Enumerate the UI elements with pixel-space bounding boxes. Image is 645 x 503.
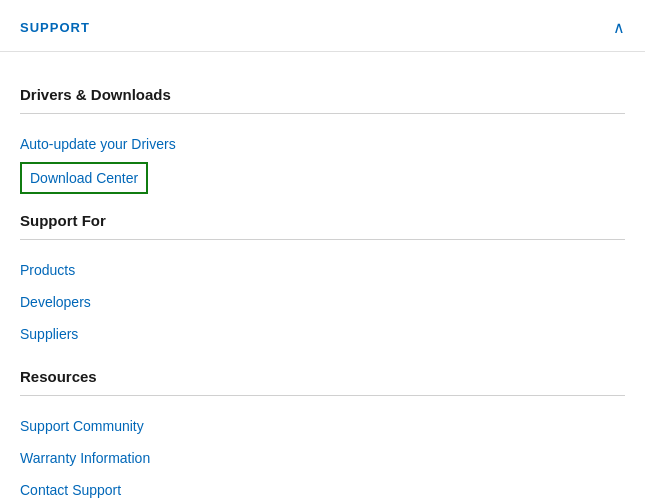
developers-link[interactable]: Developers [20,286,625,318]
contact-support-link[interactable]: Contact Support [20,474,625,503]
divider-support-for [20,239,625,240]
section-heading-drivers: Drivers & Downloads [20,86,625,103]
support-section: SUPPORT ∧ Drivers & Downloads Auto-updat… [0,0,645,503]
support-header: SUPPORT ∧ [0,0,645,52]
section-drivers-downloads: Drivers & Downloads Auto-update your Dri… [20,86,625,194]
products-link[interactable]: Products [20,254,625,286]
content-area: Drivers & Downloads Auto-update your Dri… [0,52,645,503]
section-heading-support-for: Support For [20,212,625,229]
divider-drivers [20,113,625,114]
support-community-link[interactable]: Support Community [20,410,625,442]
chevron-up-icon[interactable]: ∧ [613,18,625,37]
divider-resources [20,395,625,396]
download-center-wrapper: Download Center [20,162,625,194]
section-support-for: Support For Products Developers Supplier… [20,212,625,350]
section-heading-resources: Resources [20,368,625,385]
warranty-link[interactable]: Warranty Information [20,442,625,474]
section-resources: Resources Support Community Warranty Inf… [20,368,625,503]
suppliers-link[interactable]: Suppliers [20,318,625,350]
auto-update-link[interactable]: Auto-update your Drivers [20,128,625,160]
support-title: SUPPORT [20,20,90,35]
download-center-link[interactable]: Download Center [20,162,148,194]
